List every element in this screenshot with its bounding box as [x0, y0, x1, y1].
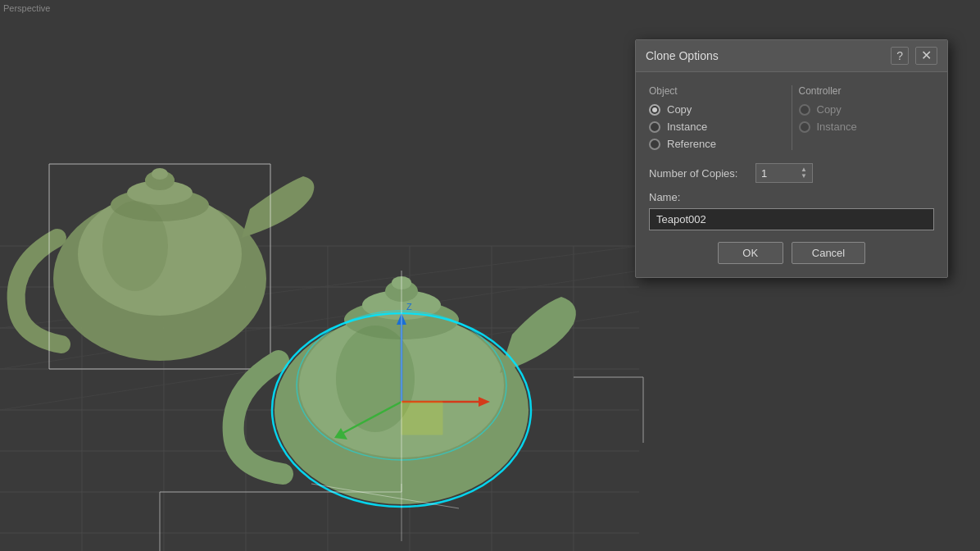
- spinbox-down[interactable]: ▼: [801, 173, 807, 180]
- name-input[interactable]: [649, 208, 934, 230]
- copies-row: Number of Copies: 1 ▲ ▼: [649, 163, 934, 183]
- ctrl-copy-option[interactable]: Copy: [799, 103, 935, 116]
- object-radio-group: Copy Instance Reference: [649, 103, 785, 150]
- svg-point-24: [152, 168, 168, 180]
- object-section: Object Copy Instance Reference: [649, 85, 785, 150]
- ctrl-copy-radio[interactable]: [799, 104, 810, 116]
- object-copy-label: Copy: [667, 103, 692, 116]
- clone-options-dialog: Clone Options ? ✕ Object Copy Instance: [635, 39, 948, 278]
- copies-spinbox[interactable]: 1 ▲ ▼: [755, 163, 813, 183]
- viewport-label: Perspective: [3, 3, 50, 13]
- ok-button[interactable]: OK: [718, 242, 783, 264]
- dialog-titlebar: Clone Options ? ✕: [636, 40, 947, 72]
- ctrl-instance-radio[interactable]: [799, 121, 810, 133]
- options-columns: Object Copy Instance Reference: [649, 85, 934, 150]
- controller-section: Controller Copy Instance: [799, 85, 935, 150]
- copies-value: 1: [761, 167, 797, 180]
- ctrl-copy-label: Copy: [817, 103, 842, 116]
- help-button[interactable]: ?: [891, 47, 909, 65]
- name-label: Name:: [649, 191, 934, 203]
- object-instance-label: Instance: [667, 121, 707, 133]
- ctrl-instance-option[interactable]: Instance: [799, 121, 935, 133]
- svg-marker-46: [402, 402, 442, 435]
- button-row: OK Cancel: [649, 242, 934, 264]
- object-section-label: Object: [649, 85, 785, 97]
- column-divider: [792, 85, 792, 150]
- spinbox-arrows: ▲ ▼: [801, 166, 807, 180]
- close-button[interactable]: ✕: [915, 47, 937, 65]
- controller-section-label: Controller: [799, 85, 935, 97]
- object-reference-option[interactable]: Reference: [649, 138, 785, 150]
- object-copy-radio[interactable]: [649, 104, 660, 116]
- object-instance-option[interactable]: Instance: [649, 121, 785, 133]
- cancel-button[interactable]: Cancel: [792, 242, 865, 264]
- object-reference-label: Reference: [667, 138, 716, 150]
- svg-text:Z: Z: [406, 302, 412, 312]
- ctrl-instance-label: Instance: [817, 121, 857, 133]
- controller-radio-group: Copy Instance: [799, 103, 935, 133]
- object-reference-radio[interactable]: [649, 139, 660, 150]
- dialog-controls: ? ✕: [891, 47, 937, 65]
- copies-label: Number of Copies:: [649, 167, 755, 180]
- object-instance-radio[interactable]: [649, 121, 660, 133]
- object-copy-option[interactable]: Copy: [649, 103, 785, 116]
- svg-point-25: [102, 201, 168, 291]
- dialog-body: Object Copy Instance Reference: [636, 72, 947, 277]
- dialog-title: Clone Options: [646, 49, 719, 62]
